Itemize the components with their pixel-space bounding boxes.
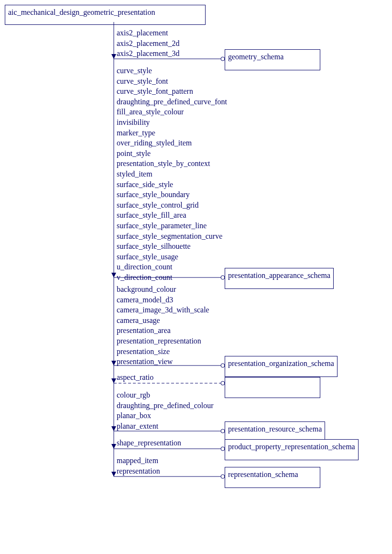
edge-label: axis2_placement <box>117 28 180 38</box>
svg-marker-17 <box>111 426 116 431</box>
edge-label: marker_type <box>117 128 227 138</box>
target-schema-title: geometry_schema <box>228 53 283 61</box>
root-schema-title: aic_mechanical_design_geometric_presenta… <box>8 8 155 16</box>
edge-label: u_direction_count <box>117 262 227 272</box>
edge-label: axis2_placement_2d <box>117 38 180 49</box>
edge-label: representation <box>117 466 160 476</box>
target-schema-box: geometry_schema <box>225 49 320 70</box>
label-group: colour_rgbdraughting_pre_defined_colourp… <box>117 390 214 431</box>
svg-marker-5 <box>111 273 116 277</box>
edge-label: presentation_representation <box>117 336 209 346</box>
edge-label: presentation_area <box>117 325 209 336</box>
edge-label: aspect_ratio <box>117 372 153 383</box>
edge-label: mapped_item <box>117 455 160 466</box>
edge-label: styled_item <box>117 169 227 179</box>
edge-label: camera_model_d3 <box>117 295 209 305</box>
target-schema-title: product_property_representation_schema <box>228 443 355 451</box>
label-group: axis2_placementaxis2_placement_2daxis2_p… <box>117 28 180 59</box>
target-schema-title: presentation_appearance_schema <box>228 271 330 279</box>
target-schema-box: presentation_organization_schema <box>225 356 338 377</box>
svg-marker-1 <box>111 54 116 59</box>
label-group: shape_representation <box>117 438 181 448</box>
edge-label: camera_usage <box>117 315 209 326</box>
edge-label: point_style <box>117 148 227 159</box>
edge-label: surface_style_silhouette <box>117 241 227 252</box>
edge-label: invisibility <box>117 117 227 128</box>
edge-label: colour_rgb <box>117 390 214 400</box>
svg-marker-25 <box>111 472 116 476</box>
target-schema-title: representation_schema <box>228 470 298 478</box>
edge-label: planar_box <box>117 410 214 421</box>
edge-label: presentation_view <box>117 356 209 367</box>
label-group: curve_stylecurve_style_fontcurve_style_f… <box>117 66 227 282</box>
edge-label: surface_style_segmentation_curve <box>117 231 227 242</box>
edge-label: surface_style_control_grid <box>117 200 227 211</box>
svg-point-23 <box>221 447 225 451</box>
target-schema-title: presentation_resource_schema <box>228 425 322 433</box>
label-group: mapped_itemrepresentation <box>117 455 160 476</box>
edge-label: draughting_pre_defined_colour <box>117 400 214 411</box>
svg-marker-13 <box>111 378 116 383</box>
edge-label: surface_style_boundary <box>117 189 227 200</box>
edge-label: curve_style <box>117 66 227 76</box>
target-schema-box: presentation_appearance_schema <box>225 268 334 289</box>
svg-marker-21 <box>111 444 116 449</box>
edge-label: surface_side_style <box>117 179 227 190</box>
edge-label: camera_image_3d_with_scale <box>117 305 209 315</box>
edge-label: shape_representation <box>117 438 181 448</box>
edge-label: surface_style_fill_area <box>117 210 227 221</box>
edge-label: v_direction_count <box>117 272 227 283</box>
target-schema-box <box>225 377 320 398</box>
svg-point-3 <box>221 57 225 61</box>
label-group: aspect_ratio <box>117 372 153 383</box>
edge-label: fill_area_style_colour <box>117 107 227 117</box>
edge-label: surface_style_parameter_line <box>117 221 227 231</box>
edge-label: axis2_placement_3d <box>117 48 180 59</box>
edge-label: presentation_style_by_context <box>117 158 227 169</box>
svg-point-15 <box>221 381 225 385</box>
root-schema-box: aic_mechanical_design_geometric_presenta… <box>5 5 206 25</box>
edge-label: curve_style_font_pattern <box>117 86 227 97</box>
svg-marker-9 <box>111 361 116 366</box>
svg-point-11 <box>221 364 225 367</box>
svg-point-19 <box>221 429 225 433</box>
edge-label: surface_style_usage <box>117 252 227 262</box>
svg-point-27 <box>221 475 225 478</box>
edge-label: planar_extent <box>117 421 214 432</box>
edge-label: draughting_pre_defined_curve_font <box>117 97 227 107</box>
edge-label: over_riding_styled_item <box>117 138 227 148</box>
label-group: background_colourcamera_model_d3camera_i… <box>117 284 209 367</box>
target-schema-title: presentation_organization_schema <box>228 359 334 367</box>
edge-label: presentation_size <box>117 346 209 357</box>
target-schema-box: product_property_representation_schema <box>225 439 359 460</box>
edge-label: curve_style_font <box>117 76 227 87</box>
edge-label: background_colour <box>117 284 209 295</box>
target-schema-box: representation_schema <box>225 467 320 488</box>
